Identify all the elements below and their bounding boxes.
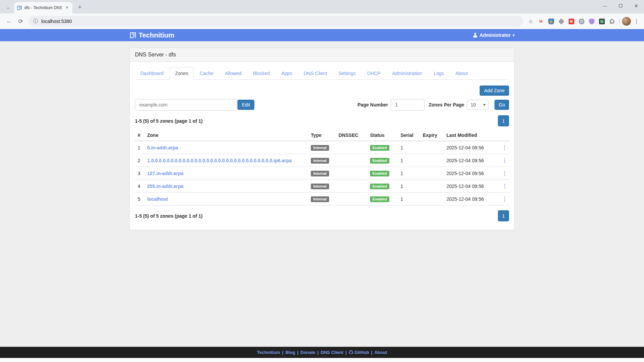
extension-icon-gmail[interactable]: M bbox=[536, 17, 546, 26]
footer-link-blog[interactable]: Blog bbox=[285, 350, 295, 355]
pagination-page-1-bottom[interactable]: 1 bbox=[498, 210, 509, 221]
footer-separator: | bbox=[317, 350, 319, 355]
row-options-kebab-icon[interactable]: ⋮ bbox=[502, 144, 507, 151]
edit-button[interactable]: Edit bbox=[237, 100, 254, 110]
address-bar[interactable]: ⓘ localhost:5380 bbox=[28, 16, 523, 27]
row-options-kebab-icon[interactable]: ⋮ bbox=[502, 183, 507, 189]
expiry-cell bbox=[420, 141, 444, 154]
zone-search-input[interactable] bbox=[135, 99, 237, 111]
minimize-icon[interactable]: — bbox=[597, 0, 613, 11]
extension-icon-green-circle[interactable] bbox=[597, 17, 606, 26]
last-modified-cell: 2025-12-04 09:56 bbox=[444, 141, 499, 154]
tab-dns-client[interactable]: DNS Client bbox=[298, 67, 332, 80]
extension-icon-purple-flame[interactable] bbox=[587, 17, 596, 26]
tab-list-chevron-icon[interactable]: ⌄ bbox=[3, 2, 13, 12]
tab-settings[interactable]: Settings bbox=[333, 67, 361, 80]
site-info-icon[interactable]: ⓘ bbox=[33, 18, 38, 24]
todoist-glyph: ≋ bbox=[569, 19, 574, 24]
tab-zones[interactable]: Zones bbox=[170, 67, 194, 80]
footer-separator: | bbox=[345, 350, 347, 355]
go-button[interactable]: Go bbox=[495, 100, 509, 110]
dnssec-cell bbox=[336, 167, 367, 180]
row-num: 5 bbox=[135, 193, 144, 206]
window-close-icon[interactable]: ✕ bbox=[628, 0, 644, 11]
maximize-icon[interactable] bbox=[613, 0, 628, 11]
tab-allowed[interactable]: Allowed bbox=[220, 67, 247, 80]
row-num: 2 bbox=[135, 154, 144, 167]
zone-link[interactable]: 0.in-addr.arpa bbox=[147, 145, 178, 150]
tab-about[interactable]: About bbox=[450, 67, 473, 80]
table-row: 2 1.0.0.0.0.0.0.0.0.0.0.0.0.0.0.0.0.0.0.… bbox=[135, 154, 510, 167]
type-badge: Internal bbox=[311, 145, 329, 151]
refresh-icon[interactable]: ⟳ bbox=[16, 16, 26, 26]
chevron-down-icon: ▾ bbox=[512, 33, 514, 38]
tab-cache[interactable]: Cache bbox=[194, 67, 218, 80]
table-row: 5 localhost Internal Enabled 1 2025-12-0… bbox=[135, 193, 510, 206]
zones-per-page-select-wrap: 10 bbox=[467, 100, 488, 110]
back-icon[interactable]: ← bbox=[4, 16, 14, 26]
extensions-puzzle-icon[interactable] bbox=[607, 17, 617, 26]
status-badge: Enabled bbox=[370, 196, 389, 202]
tab-blocked[interactable]: Blocked bbox=[248, 67, 275, 80]
footer-link-technitium[interactable]: Technitium bbox=[257, 350, 280, 355]
bookmark-star-icon[interactable]: ☆ bbox=[526, 17, 535, 26]
browser-tab-active[interactable]: dfs - Technitium DNS Server v1 × bbox=[14, 2, 72, 14]
footer-link-donate[interactable]: Donate bbox=[300, 350, 315, 355]
dnssec-cell bbox=[336, 154, 367, 167]
row-num: 1 bbox=[135, 141, 144, 154]
dns-server-panel: DNS Server - dfs Dashboard Zones Cache A… bbox=[130, 48, 514, 230]
app-footer: Technitium | Blog | Donate | DNS Client … bbox=[0, 347, 644, 358]
last-modified-cell: 2025-12-04 09:56 bbox=[444, 154, 499, 167]
pagination-page-1-top[interactable]: 1 bbox=[498, 115, 509, 126]
row-options-kebab-icon[interactable]: ⋮ bbox=[502, 170, 507, 176]
tab-apps[interactable]: Apps bbox=[276, 67, 298, 80]
maximize-box bbox=[619, 4, 622, 7]
col-last-modified: Last Modified bbox=[444, 130, 499, 141]
user-menu[interactable]: Administrator ▾ bbox=[473, 32, 514, 38]
expiry-cell bbox=[420, 167, 444, 180]
zones-per-page-select[interactable]: 10 bbox=[467, 100, 488, 110]
extension-icon-todoist[interactable]: ≋ bbox=[567, 17, 576, 26]
footer-link-dns-client[interactable]: DNS Client bbox=[321, 350, 343, 355]
dnssec-cell bbox=[336, 193, 367, 206]
tab-logs[interactable]: Logs bbox=[428, 67, 449, 80]
expiry-cell bbox=[420, 180, 444, 193]
extension-icon-power[interactable]: ⏻ bbox=[577, 17, 586, 26]
row-options-kebab-icon[interactable]: ⋮ bbox=[502, 196, 507, 202]
tab-close-icon[interactable]: × bbox=[64, 5, 70, 10]
serial-cell: 1 bbox=[398, 141, 420, 154]
page-number-label: Page Number bbox=[358, 102, 388, 107]
row-options-kebab-icon[interactable]: ⋮ bbox=[502, 157, 507, 164]
zone-link[interactable]: 1.0.0.0.0.0.0.0.0.0.0.0.0.0.0.0.0.0.0.0.… bbox=[147, 158, 292, 163]
table-row: 1 0.in-addr.arpa Internal Enabled 1 2025… bbox=[135, 141, 510, 154]
type-badge: Internal bbox=[311, 184, 329, 189]
col-dnssec: DNSSEC bbox=[336, 130, 367, 141]
zone-link[interactable]: localhost bbox=[147, 196, 168, 202]
tab-dashboard[interactable]: Dashboard bbox=[135, 67, 169, 80]
footer-link-about[interactable]: About bbox=[374, 350, 387, 355]
tab-dhcp[interactable]: DHCP bbox=[362, 67, 386, 80]
status-badge: Enabled bbox=[370, 145, 389, 151]
add-zone-button[interactable]: Add Zone bbox=[480, 86, 509, 96]
zone-link[interactable]: 255.in-addr.arpa bbox=[147, 184, 183, 189]
footer-link-github[interactable]: GitHub bbox=[349, 350, 369, 355]
brand-label: Technitium bbox=[139, 31, 174, 39]
zone-link[interactable]: 127.in-addr.arpa bbox=[147, 171, 183, 176]
table-header-row: # Zone Type DNSSEC Status Serial Expiry … bbox=[135, 130, 510, 141]
tab-administration[interactable]: Administration bbox=[387, 67, 428, 80]
brand-link[interactable]: Technitium bbox=[130, 31, 174, 39]
serial-cell: 1 bbox=[398, 154, 420, 167]
footer-link-github-label: GitHub bbox=[354, 350, 369, 355]
zones-summary-top: 1-5 (5) of 5 zones (page 1 of 1) bbox=[135, 118, 203, 124]
col-num: # bbox=[135, 130, 144, 141]
new-tab-icon[interactable]: + bbox=[75, 2, 85, 12]
github-icon bbox=[349, 350, 353, 355]
profile-avatar[interactable] bbox=[622, 17, 631, 26]
window-controls: — ✕ bbox=[597, 0, 644, 11]
status-badge: Enabled bbox=[370, 171, 389, 176]
extension-icon-gray-diamond[interactable] bbox=[556, 17, 566, 26]
page-number-input[interactable] bbox=[391, 99, 424, 111]
extension-icon-blue-shield[interactable]: 🔒 bbox=[546, 17, 556, 26]
chrome-menu-icon[interactable]: ⋮ bbox=[632, 17, 641, 26]
toolbar-separator bbox=[619, 18, 619, 24]
